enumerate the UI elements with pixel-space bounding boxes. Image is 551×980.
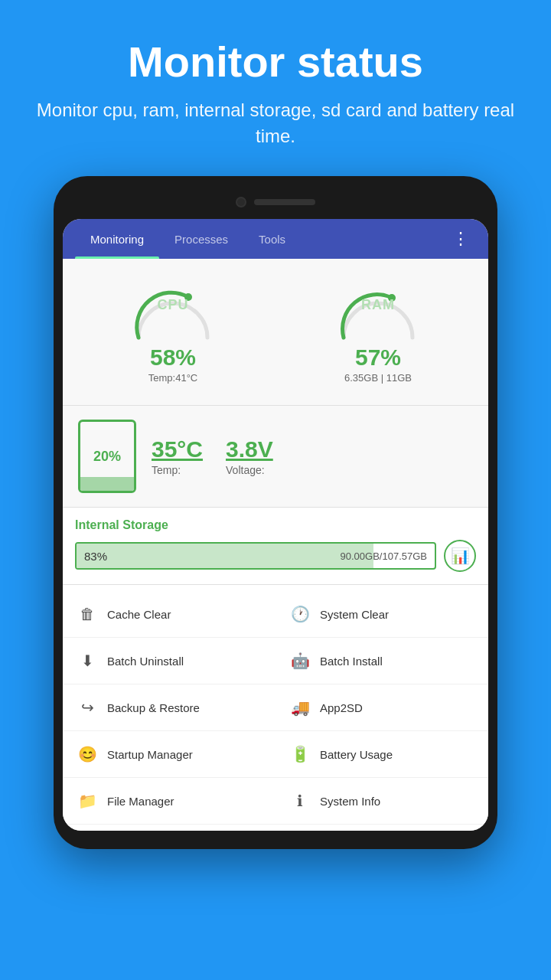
startup-manager-icon: 😊 [77,743,98,765]
file-manager-icon: 📁 [77,790,98,812]
app2sd-icon: 🚚 [289,697,311,718]
backup-restore-label: Backup & Restore [107,701,200,714]
phone-frame: Monitoring Processes Tools ⋮ [54,176,497,849]
cpu-temp: Temp:41°C [148,372,197,384]
tool-item-batch-uninstall[interactable]: ⬇Batch Uninstall [63,638,276,684]
cache-clear-label: Cache Clear [107,608,171,621]
file-manager-label: File Manager [107,795,174,808]
page-subtitle: Monitor cpu, ram, internal storage, sd c… [31,97,520,149]
more-menu-button[interactable]: ⋮ [446,223,476,255]
batch-uninstall-label: Batch Uninstall [107,655,184,668]
battery-voltage-label: Voltage: [226,464,265,476]
storage-bar-wrapper: 83% 90.00GB/107.57GB 📊 [75,540,476,572]
ram-gauge-label: RAM [332,297,424,313]
tool-item-startup-manager[interactable]: 😊Startup Manager [63,731,276,778]
phone-speaker [254,199,315,205]
system-info-icon: ℹ [289,790,311,812]
ram-gauge-card: RAM 57% 6.35GB | 11GB [280,271,476,393]
system-info-label: System Info [320,795,380,808]
battery-body: 20% [78,420,136,493]
tool-item-app2sd[interactable]: 🚚App2SD [276,684,488,731]
startup-manager-label: Startup Manager [107,748,193,761]
tab-tools[interactable]: Tools [243,219,301,259]
battery-usage-label: Battery Usage [320,748,393,761]
header-section: Monitor status Monitor cpu, ram, interna… [0,0,551,176]
storage-section: Internal Storage 83% 90.00GB/107.57GB 📊 [63,508,488,585]
backup-restore-icon: ↪ [77,697,98,718]
tool-item-system-info[interactable]: ℹSystem Info [276,778,488,825]
storage-bar-container: 83% 90.00GB/107.57GB [75,542,436,570]
tool-item-file-manager[interactable]: 📁File Manager [63,778,276,825]
app-bar: Monitoring Processes Tools ⋮ [63,219,488,259]
battery-icon: 20% [78,420,136,493]
battery-fill [80,477,134,491]
battery-cap [93,420,121,420]
cpu-gauge-card: CPU 58% Temp:41°C [75,271,271,393]
batch-uninstall-icon: ⬇ [77,650,98,671]
system-clear-icon: 🕐 [289,603,311,625]
tool-item-system-clear[interactable]: 🕐System Clear [276,591,488,638]
battery-voltage-value: 3.8V [226,436,273,462]
tool-item-backup-restore[interactable]: ↪Backup & Restore [63,684,276,731]
page-title: Monitor status [31,37,520,87]
phone-camera [236,197,246,207]
battery-temp-stat: 35°C Temp: [152,436,203,476]
battery-section: 20% 35°C Temp: 3.8V Voltage: [63,406,488,508]
cpu-gauge-container: CPU [127,280,219,341]
phone-wrapper: Monitoring Processes Tools ⋮ [0,176,551,872]
battery-voltage-stat: 3.8V Voltage: [226,436,273,476]
tab-monitoring[interactable]: Monitoring [75,219,159,259]
chart-icon: 📊 [451,547,470,565]
battery-temp-value: 35°C [152,436,203,462]
ram-sub: 6.35GB | 11GB [344,372,412,384]
battery-usage-icon: 🔋 [289,743,311,765]
tool-item-cache-clear[interactable]: 🗑Cache Clear [63,591,276,638]
system-clear-label: System Clear [320,608,389,621]
tools-grid: 🗑Cache Clear🕐System Clear⬇Batch Uninstal… [63,591,488,825]
tool-item-battery-usage[interactable]: 🔋Battery Usage [276,731,488,778]
storage-title: Internal Storage [75,518,476,532]
storage-percent-text: 83% [84,550,107,563]
battery-stats: 35°C Temp: 3.8V Voltage: [152,436,273,476]
tool-item-batch-install[interactable]: 🤖Batch Install [276,638,488,684]
batch-install-icon: 🤖 [289,650,311,671]
storage-bar-fill [77,544,373,568]
tab-processes[interactable]: Processes [159,219,243,259]
cache-clear-icon: 🗑 [77,603,98,625]
battery-temp-label: Temp: [152,464,181,476]
app2sd-label: App2SD [320,701,363,714]
app-bar-tabs: Monitoring Processes Tools [75,219,446,259]
storage-size-text: 90.00GB/107.57GB [341,550,427,562]
storage-chart-button[interactable]: 📊 [444,540,476,572]
phone-notch-area [63,190,488,214]
batch-install-label: Batch Install [320,655,383,668]
phone-screen: Monitoring Processes Tools ⋮ [63,219,488,831]
tools-section: 🗑Cache Clear🕐System Clear⬇Batch Uninstal… [63,585,488,831]
ram-gauge-container: RAM [332,280,424,341]
battery-percent-text: 20% [93,449,121,465]
gauges-section: CPU 58% Temp:41°C RAM [63,259,488,406]
cpu-gauge-label: CPU [127,297,219,313]
